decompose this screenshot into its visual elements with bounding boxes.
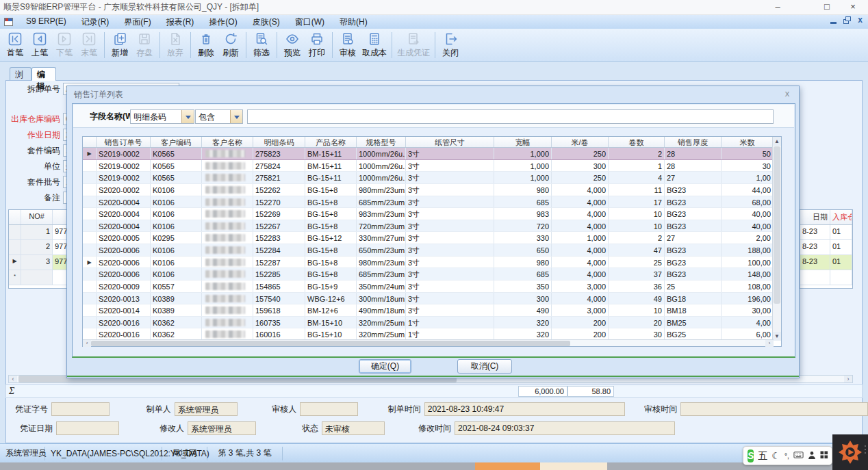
col-order-no[interactable]: 销售订单号 [97,137,151,147]
table-row[interactable]: S2020-0004 K0106 152269 BG-15+8 983mm/23… [83,208,774,220]
menu-item[interactable]: S9 ERP(E) [18,15,74,29]
filter-operator-combo[interactable]: 包含 [195,109,243,124]
vscroll-thumb[interactable] [774,146,780,304]
modify-time-field[interactable]: 2021-08-24 09:03:37 [455,421,675,435]
scroll-left-arrow[interactable]: ‹ [83,340,91,347]
audit-time-field[interactable] [680,402,868,416]
detail-grid-row[interactable]: 8-23 01 [800,225,852,240]
filter-text-input[interactable] [247,109,774,124]
toolbar-button[interactable]: 打印 [305,30,329,60]
filter-field-combo[interactable]: 明细条码 [130,109,194,124]
tab-browse[interactable]: 浏览 [10,67,31,81]
user-profile-icon[interactable] [808,451,816,461]
auditor-field[interactable] [300,402,358,416]
window-maximize-button[interactable]: □ [813,0,841,15]
scroll-right-arrow[interactable]: › [765,340,774,347]
make-time-field[interactable]: 2021-08-23 10:49:47 [424,402,626,416]
table-row[interactable]: S2020-0002 K0106 152262 BG-15+8 980mm/23… [83,184,774,196]
toolbar-button[interactable]: 下笔 [52,30,77,60]
col-date[interactable]: 日期 [800,210,830,224]
table-row[interactable]: S2019-0002 K0565 275821 BG-15+11 1000mm/… [83,172,774,184]
maker-field[interactable]: 系统管理员 [175,402,238,416]
table-row[interactable]: S2020-0006 K0106 152284 BG-15+8 650mm/23… [83,244,774,257]
menu-item[interactable]: 皮肤(S) [245,15,288,29]
table-row[interactable]: S2019-0002 K0565 275824 BM-15+11 1000mm/… [83,160,774,172]
window-titlebar[interactable]: 顺景S9智能ERP管理平台 - 广东顺景软件科技有限公司_QJY - [拆卸单] [0,0,868,15]
dialog-titlebar[interactable]: 销售订单列表 [67,86,799,103]
tab-edit[interactable]: 编辑 [31,67,56,81]
ime-tools-icon[interactable] [820,451,828,460]
ok-button[interactable]: 确定(Q) [359,359,411,374]
col-detail-barcode[interactable]: 明细条码 [253,137,305,147]
table-row[interactable]: ▶ S2019-0002 K0565 275823 BM-15+11 1000m… [83,148,774,160]
col-meters[interactable]: 米数 [722,137,774,147]
voucher-date-field[interactable] [56,421,119,435]
table-row[interactable]: S2020-0005 K0295 152283 BG-15+12 330mm/2… [83,232,774,244]
col-product-name[interactable]: 产品名称 [305,137,357,147]
menu-item[interactable]: 帮助(H) [332,15,375,29]
toolbar-button[interactable]: 删除 [194,30,218,60]
dropdown-arrow-icon[interactable] [181,110,194,123]
scroll-up-arrow[interactable]: ▲ [773,137,781,146]
detail-grid-row[interactable] [800,270,852,285]
table-row[interactable]: S2020-0014 K0389 159618 BM-12+6 490mm/18… [83,304,774,317]
table-row[interactable]: S2020-0006 K0106 152285 BG-15+8 685mm/23… [83,268,774,280]
toolbar-button[interactable]: 预览 [280,30,305,60]
col-width[interactable]: 宽幅 [494,137,552,147]
toolbar-button[interactable]: 新增 [107,30,132,60]
dropdown-arrow-icon[interactable] [230,110,242,123]
floating-app-logo[interactable] [832,434,868,470]
scroll-down-arrow[interactable]: ▼ [773,332,781,341]
col-roll-count[interactable]: 卷数 [609,137,665,147]
col-sales-thickness[interactable]: 销售厚度 [665,137,722,147]
moon-icon[interactable]: ☾ [771,452,780,460]
col-meters-per-roll[interactable]: 米/卷 [552,137,609,147]
col-in-warehouse[interactable]: 入库仓库 [830,210,852,224]
toolbar-button[interactable]: 末笔 [77,30,101,60]
hscroll-thumb[interactable] [91,341,570,346]
toolbar-button[interactable]: 审核 [335,30,360,60]
detail-grid-row[interactable]: 8-23 01 [800,240,852,255]
detail-grid-row[interactable]: 8-23 01 [800,255,852,270]
col-spec-model[interactable]: 规格型号 [357,137,406,147]
voucher-no-field[interactable] [51,402,110,416]
punctuation-mode-icon[interactable]: °, [784,452,789,460]
toolbar-button[interactable]: 关闭 [438,30,463,60]
scroll-right-arrow[interactable]: › [844,376,852,382]
toolbar-button[interactable]: 上笔 [27,30,52,60]
menu-item[interactable]: 操作(O) [201,15,244,29]
toolbar-button[interactable]: 首笔 [3,30,27,60]
window-close-button[interactable]: × [839,0,867,15]
col-no[interactable]: NO# [21,210,53,224]
col-tube-size[interactable]: 纸管尺寸 [406,137,494,147]
mdi-minimize-icon[interactable] [830,22,837,24]
soft-keyboard-icon[interactable] [793,451,804,460]
menu-item[interactable]: 记录(R) [74,15,117,29]
col-customer-name[interactable]: 客户名称 [202,137,253,147]
table-row[interactable]: S2020-0016 K0362 160735 BM-15+10 320mm/2… [83,317,774,329]
cancel-button[interactable]: 取消(C) [457,359,512,374]
table-row[interactable]: ▶ S2020-0006 K0106 152287 BG-15+8 980mm/… [83,257,774,269]
table-row[interactable]: S2020-0004 K0106 152270 BG-15+8 685mm/23… [83,196,774,209]
wubi-mode-icon[interactable]: 五 [758,452,767,460]
table-row[interactable]: S2020-0004 K0106 152267 BG-15+8 720mm/23… [83,220,774,233]
table-row[interactable]: S2020-0013 K0389 157540 WBG-12+6 300mm/1… [83,293,774,305]
menu-item[interactable]: 报表(R) [159,15,202,29]
sogou-logo-icon[interactable]: S [748,449,754,462]
scroll-left-arrow[interactable]: ‹ [9,376,17,382]
col-customer-code[interactable]: 客户编码 [151,137,202,147]
toolbar-button[interactable]: 刷新 [218,30,243,60]
menu-item[interactable]: 窗口(W) [288,15,332,29]
mdi-restore-icon[interactable] [843,16,851,24]
mdi-close-icon[interactable]: x [858,16,863,24]
modifier-field[interactable]: 系统管理员 [188,421,256,435]
toolbar-button[interactable]: 存盘 [132,30,157,60]
menu-item[interactable]: 界面(F) [116,15,158,29]
toolbar-button[interactable]: 筛选 [249,30,274,60]
toolbar-button[interactable]: 生成凭证 [395,30,432,60]
toolbar-button[interactable]: 取成本 [360,30,389,60]
status-field[interactable]: 未审核 [322,421,385,435]
table-row[interactable]: S2020-0009 K0557 154865 BG-15+9 350mm/24… [83,280,774,293]
window-minimize-button[interactable]: – [764,0,791,15]
dialog-close-icon[interactable]: x [782,88,792,99]
